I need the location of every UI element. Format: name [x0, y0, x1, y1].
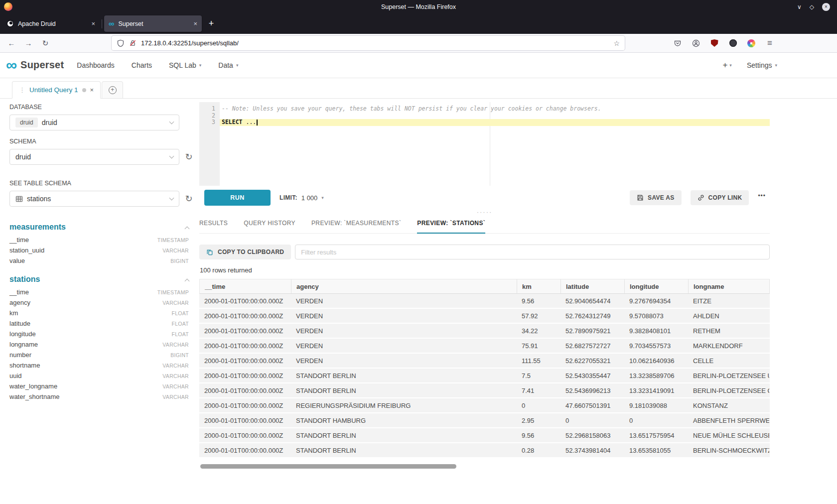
- column-name: number: [9, 351, 31, 359]
- tab-close-icon[interactable]: ×: [91, 20, 95, 27]
- schema-select[interactable]: druid: [9, 149, 179, 165]
- results-tab-results[interactable]: RESULTS: [199, 220, 228, 233]
- druid-favicon: [6, 20, 14, 27]
- column-name: uuid: [9, 372, 22, 379]
- pinwheel-extension-icon[interactable]: [745, 37, 758, 50]
- column-header-__time[interactable]: __time: [200, 279, 291, 293]
- caret-down-icon: ▾: [236, 63, 239, 68]
- tab-close-icon[interactable]: ×: [193, 20, 197, 27]
- nav-item-data[interactable]: Data ▾: [218, 61, 238, 69]
- results-tab-preview-measurements[interactable]: PREVIEW: `MEASUREMENTS`: [311, 220, 401, 233]
- add-query-tab-button[interactable]: +: [102, 81, 123, 99]
- column-name: water_shortname: [9, 393, 59, 400]
- schema-table-header[interactable]: measurements: [9, 223, 195, 232]
- back-button[interactable]: ←: [5, 37, 18, 50]
- table-cell: NEUE MÜHLE SCHLEUSE OP: [688, 428, 769, 442]
- add-new-button[interactable]: + ▾: [722, 60, 731, 70]
- sqllab-content: DATABASE druid druid SCHEMA druid ↻: [0, 99, 837, 504]
- refresh-schema-icon[interactable]: ↻: [184, 152, 194, 161]
- column-type: FLOAT: [171, 321, 189, 327]
- settings-menu[interactable]: Settings ▾: [747, 61, 777, 69]
- new-tab-button[interactable]: +: [204, 16, 219, 31]
- window-minimize-button[interactable]: ∨: [797, 4, 802, 10]
- query-tab-close-icon[interactable]: ×: [90, 86, 94, 94]
- table-cell: REGIERUNGSPRÄSIDIUM FREIBURG: [291, 398, 517, 412]
- table-cell: 2000-01-01T00:00:00.000Z: [199, 294, 291, 308]
- run-button[interactable]: RUN: [204, 190, 271, 206]
- reload-button[interactable]: ↻: [39, 37, 52, 50]
- save-as-button[interactable]: SAVE AS: [630, 190, 681, 205]
- refresh-table-icon[interactable]: ↻: [184, 194, 194, 203]
- database-select[interactable]: druid druid: [9, 115, 179, 130]
- copy-link-button[interactable]: COPY LINK: [691, 190, 749, 205]
- scrollbar-thumb[interactable]: [200, 464, 456, 469]
- page-viewport: ∞ Superset Dashboards Charts SQL Lab ▾ D…: [0, 53, 837, 504]
- copy-to-clipboard-button[interactable]: COPY TO CLIPBOARD: [199, 245, 291, 259]
- url-bar[interactable]: 172.18.0.4:32251/superset/sqllab/ ☆: [112, 36, 625, 50]
- bookmark-star-icon[interactable]: ☆: [613, 39, 620, 47]
- table-cell: 9.3828408101: [624, 324, 688, 338]
- column-header-agency[interactable]: agency: [291, 279, 517, 293]
- sqllab-main: 1 2 3 -- Note: Unless you save your quer…: [199, 99, 770, 504]
- extension-dot: [729, 39, 737, 47]
- pocket-icon[interactable]: [671, 37, 684, 50]
- line-number: 1: [199, 106, 215, 113]
- table-row: 2000-01-01T00:00:00.000ZVERDEN57.9252.76…: [199, 309, 770, 324]
- superset-logo[interactable]: ∞ Superset: [6, 58, 64, 72]
- column-header-latitude[interactable]: latitude: [561, 279, 625, 293]
- nav-item-sql-lab[interactable]: SQL Lab ▾: [169, 61, 201, 69]
- column-header-longname[interactable]: longname: [689, 279, 770, 293]
- schema-table-measurements: measurements __time TIMESTAMP station_uu…: [9, 223, 195, 266]
- copy-to-clipboard-label: COPY TO CLIPBOARD: [218, 249, 284, 255]
- menu-icon[interactable]: ≡: [763, 37, 776, 50]
- forward-button[interactable]: →: [22, 37, 35, 50]
- sql-editor[interactable]: 1 2 3 -- Note: Unless you save your quer…: [199, 102, 770, 186]
- column-header-longitude[interactable]: longitude: [625, 279, 689, 293]
- table-cell: CELLE: [688, 354, 769, 368]
- schema-column-row: number BIGINT: [9, 350, 195, 360]
- lock-insecure-icon[interactable]: [129, 39, 137, 47]
- chevron-down-icon: [169, 195, 174, 200]
- database-label: DATABASE: [9, 104, 195, 111]
- column-name: shortname: [9, 362, 40, 369]
- window-maximize-button[interactable]: ◇: [810, 4, 814, 10]
- filter-results-input[interactable]: [295, 245, 770, 259]
- table-cell: BERLIN-SCHMOECKWITZ: [688, 443, 769, 457]
- column-type: TIMESTAMP: [157, 237, 189, 243]
- results-tab-query-history[interactable]: QUERY HISTORY: [244, 220, 295, 233]
- column-type: TIMESTAMP: [157, 289, 189, 295]
- extension-icon[interactable]: [726, 37, 739, 50]
- table-cell: 0: [517, 398, 560, 412]
- window-close-button[interactable]: ×: [822, 3, 830, 11]
- schema-column-row: station_uuid VARCHAR: [9, 245, 195, 255]
- browser-tab-apache-druid[interactable]: Apache Druid ×: [2, 15, 100, 32]
- schema-column-row: __time TIMESTAMP: [9, 287, 195, 297]
- limit-dropdown[interactable]: LIMIT: 1 000 ▾: [279, 194, 324, 202]
- query-tab-untitled[interactable]: ⋮ Untitled Query 1 ×: [12, 81, 101, 99]
- nav-item-charts[interactable]: Charts: [132, 61, 152, 69]
- ublock-icon[interactable]: [708, 37, 721, 50]
- browser-tabbar: Apache Druid × ∞ Superset × +: [0, 13, 837, 34]
- rows-returned-text: 100 rows returned: [200, 266, 770, 274]
- column-name: agency: [9, 299, 30, 306]
- browser-tab-superset[interactable]: ∞ Superset ×: [104, 15, 202, 32]
- schema-column-row: water_shortname VARCHAR: [9, 391, 195, 402]
- brand-name: Superset: [20, 59, 64, 71]
- column-type: VARCHAR: [162, 300, 189, 306]
- results-table-body: 2000-01-01T00:00:00.000ZVERDEN9.5652.904…: [199, 294, 770, 458]
- ublock-shield: [711, 39, 718, 47]
- tracking-shield-icon[interactable]: [117, 39, 125, 47]
- table-row: 2000-01-01T00:00:00.000ZVERDEN111.5552.6…: [199, 354, 770, 369]
- more-options-button[interactable]: •••: [758, 192, 770, 203]
- database-value: druid: [42, 119, 57, 126]
- pane-resize-handle[interactable]: ·····: [199, 210, 770, 215]
- schema-table-header[interactable]: stations: [9, 275, 195, 284]
- nav-item-dashboards[interactable]: Dashboards: [77, 61, 115, 69]
- account-icon[interactable]: [690, 37, 702, 50]
- results-tab-preview-stations[interactable]: PREVIEW: `STATIONS`: [417, 220, 485, 233]
- table-select[interactable]: stations: [9, 191, 179, 207]
- drag-handle-icon[interactable]: ⋮: [19, 86, 25, 94]
- column-header-km[interactable]: km: [517, 279, 561, 293]
- editor-code-area[interactable]: -- Note: Unless you save your query, the…: [220, 102, 770, 186]
- table-row: 2000-01-01T00:00:00.000ZSTANDORT BERLIN0…: [199, 443, 770, 458]
